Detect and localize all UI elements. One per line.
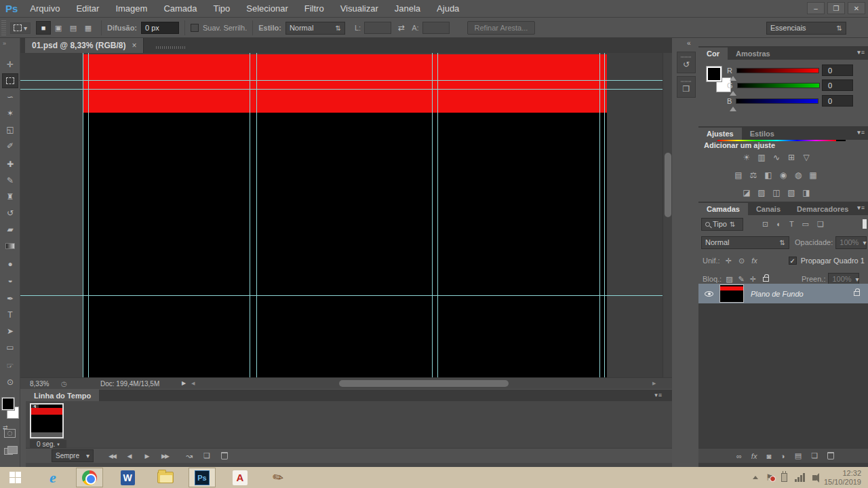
volume-icon[interactable] [812,475,816,481]
tab-linha-do-tempo[interactable]: Linha do Tempo [26,390,99,401]
menu-ajuda[interactable]: Ajuda [437,3,459,14]
subtract-selection-button[interactable]: ▤ [66,21,81,35]
swap-dimensions-icon[interactable]: ⇄ [398,23,405,33]
history-brush-tool[interactable]: ↺ [2,206,18,221]
new-layer-icon[interactable]: ❏ [811,451,818,460]
document-close-icon[interactable]: × [132,41,136,50]
tab-cor[interactable]: Cor [698,48,728,60]
lock-paint-icon[interactable]: ✎ [738,275,745,284]
document-canvas[interactable] [83,54,607,377]
canvas-pasteboard[interactable] [20,53,663,377]
layer-filter-select[interactable]: Tipo ⇅ [701,218,743,231]
layer-thumbnail[interactable] [719,284,744,303]
red-value[interactable]: 0 [822,64,853,76]
hue-saturation-icon[interactable]: ▤ [732,170,745,180]
panel-menu-icon[interactable]: ▾≡ [857,49,865,56]
taskbar-chrome[interactable] [76,468,103,487]
gradient-map-icon[interactable]: ▧ [785,187,798,198]
zoom-level[interactable]: 8,33% [30,380,49,388]
blue-value[interactable]: 0 [822,95,853,107]
horizontal-scrollbar-thumb[interactable] [339,380,509,387]
guide-vertical[interactable] [256,53,257,377]
guide-vertical[interactable] [604,53,605,377]
vibrance-icon[interactable]: ▽ [800,152,813,162]
tab-canais[interactable]: Canais [748,203,789,215]
layer-name[interactable]: Plano de Fundo [751,290,804,298]
intersect-selection-button[interactable]: ▦ [81,21,96,35]
menu-filtro[interactable]: Filtro [304,3,324,14]
visibility-eye-icon[interactable] [705,291,713,297]
green-value[interactable]: 0 [822,79,853,91]
guide-vertical[interactable] [250,53,250,377]
tab-estilos[interactable]: Estilos [742,128,783,140]
color-balance-icon[interactable]: ⚖ [747,170,760,180]
screen-mode-button[interactable] [4,448,13,455]
tab-amostras[interactable]: Amostras [728,48,778,60]
blur-tool[interactable]: ● [2,257,18,271]
new-selection-button[interactable]: ■ [36,21,51,35]
taskbar-autocad[interactable]: A [225,467,255,488]
filter-adjustment-layers-icon[interactable]: ◐ [776,220,781,228]
history-panel-button[interactable]: ↺ [677,52,696,73]
loop-mode-select[interactable]: Sempre ▾ [52,449,94,462]
new-frame-button[interactable]: ❏ [198,451,216,460]
delete-frame-icon[interactable] [221,452,228,459]
toolbar-expand-icon[interactable]: » [3,40,5,47]
new-adjustment-layer-icon[interactable]: ◑ [781,452,785,460]
menu-imagem[interactable]: Imagem [115,3,147,14]
propagate-checkbox[interactable]: ✓ [789,257,797,265]
spot-healing-brush-tool[interactable]: ✚ [2,157,18,172]
tray-clock[interactable]: 12:32 15/10/2019 [824,469,861,487]
exposure-icon[interactable]: ⊞ [785,152,798,162]
menu-visualizar[interactable]: Visualizar [340,3,378,14]
red-slider[interactable] [736,68,819,73]
next-frame-button[interactable]: ▶▶ [156,453,174,459]
taskbar-pencil-app[interactable]: ✏ [263,467,293,488]
tween-button[interactable]: ↝ [180,451,198,461]
guide-vertical[interactable] [599,53,600,377]
eraser-tool[interactable]: ▰ [2,222,18,237]
first-frame-button[interactable]: ◀◀ [103,453,121,459]
properties-panel-button[interactable]: ❒ [677,76,696,98]
link-layers-icon[interactable]: ∞ [736,452,742,460]
tab-camadas[interactable]: Camadas [698,203,748,215]
height-input[interactable] [422,22,450,34]
guide-vertical[interactable] [88,53,89,377]
green-slider[interactable] [737,83,820,88]
guide-horizontal[interactable] [20,295,663,296]
panel-menu-icon[interactable]: ▾≡ [857,129,865,136]
gradient-tool[interactable] [2,238,18,253]
selective-color-icon[interactable]: ◨ [800,187,813,198]
width-input[interactable] [364,22,391,34]
taskbar-file-explorer[interactable] [151,467,180,488]
type-tool[interactable]: T [2,307,18,322]
taskbar-internet-explorer[interactable]: e [38,467,68,488]
black-white-icon[interactable]: ◧ [762,170,775,180]
add-selection-button[interactable]: ▣ [51,21,66,35]
tab-demarcadores[interactable]: Demarcadores [789,203,856,215]
taskbar-photoshop[interactable]: Ps [189,468,216,487]
panel-menu-icon[interactable]: ▾≡ [857,204,865,211]
vertical-scrollbar-thumb[interactable] [665,153,671,217]
hand-tool[interactable]: ☞ [2,358,18,373]
brightness-contrast-icon[interactable]: ☀ [740,152,753,162]
menu-camada[interactable]: Camada [163,3,197,14]
lock-position-icon[interactable]: ✛ [750,275,756,284]
blue-slider[interactable] [736,98,818,104]
filter-pixel-layers-icon[interactable]: ⊡ [762,220,768,229]
threshold-icon[interactable]: ◫ [770,187,783,198]
feather-input[interactable]: 0 px [141,22,179,34]
previous-frame-button[interactable]: ◀ [121,453,138,459]
menu-editar[interactable]: Editar [76,3,99,14]
scroll-left-icon[interactable]: ◀ [191,381,195,386]
path-selection-tool[interactable]: ➤ [2,324,18,339]
blue-slider-thumb[interactable] [730,107,736,111]
menu-arquivo[interactable]: Arquivo [30,3,60,14]
opacity-field[interactable]: 100% ▾ [835,236,867,249]
lock-all-icon[interactable] [763,277,769,282]
zoom-tool[interactable]: ⊙ [2,375,18,390]
document-tab[interactable]: 01.psd @ 8,33% (RGB/8) × [25,38,144,53]
levels-icon[interactable]: ▥ [755,152,768,162]
blend-mode-select[interactable]: Normal ⇅ [701,236,789,249]
start-button[interactable] [0,467,30,488]
